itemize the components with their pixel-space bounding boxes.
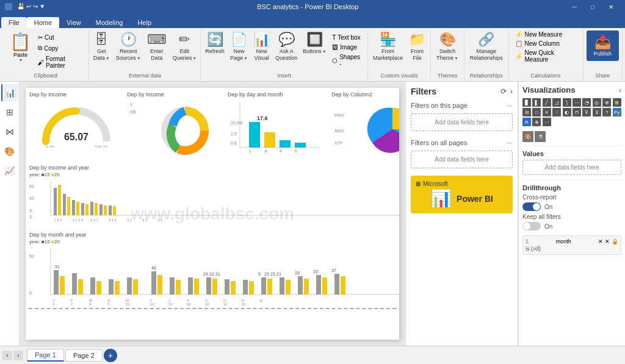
maximize-button[interactable]: □ [583,0,602,13]
viz-funnel-icon[interactable]: ⊽ [582,108,591,116]
viz-custom-icon[interactable]: ⊕ [532,118,541,126]
get-data-button[interactable]: 🗄 GetData▼ [91,30,112,63]
switch-theme-button[interactable]: 🎨 SwitchTheme▼ [434,30,461,63]
data-view-icon[interactable]: ⊞ [1,104,18,121]
tab-file[interactable]: File [1,17,27,28]
image-button[interactable]: 🖼 Image [330,43,365,52]
tab-view[interactable]: View [59,17,89,28]
tab-modeling[interactable]: Modeling [89,17,131,28]
new-visual-button[interactable]: 📊 NewVisual [251,30,272,63]
copy-button[interactable]: ⧉ Copy [35,43,85,53]
close-button[interactable]: ✕ [602,0,620,13]
filters-all-pages-menu[interactable]: ··· [507,138,513,147]
field-lock-icon[interactable]: 🔒 [612,238,618,244]
field-settings-icon[interactable]: ✕ [605,238,610,244]
tab-help[interactable]: Help [130,17,159,28]
new-page-button[interactable]: 📄 NewPage▼ [228,30,250,63]
svg-text:23: 23 [313,269,318,274]
svg-rect-70 [176,280,181,294]
from-marketplace-button[interactable]: 🏪 FromMarketplace [370,30,405,63]
manage-relationships-button[interactable]: 🔗 ManageRelationships [468,30,505,63]
viz-donut-icon[interactable]: ◎ [593,98,601,107]
dep-day-month-chart[interactable]: Dep by day and month 17.6 2 A 4 6 20.4% … [227,91,328,158]
enter-data-button[interactable]: ⌨ EnterData [145,30,169,63]
filters-all-pages-header: Filters on all pages ··· [411,138,513,147]
field-expand-icon[interactable]: ✕ [598,238,603,244]
add-fields-all-pages[interactable]: Add data fields here [411,151,513,168]
viz-area-icon[interactable]: ◿ [552,98,561,107]
paste-button[interactable]: 📋 Paste ▼ [6,30,35,63]
dep-income-donut-chart[interactable]: Dep by Income Y KB [126,91,224,158]
viz-qna-icon[interactable]: ? [602,108,611,116]
prev-page-arrow[interactable]: ‹ [2,351,12,360]
viz-kpi-icon[interactable]: ↑ [552,108,561,116]
viz-col-icon[interactable]: ▌ [532,98,541,107]
viz-table-icon[interactable]: ⊞ [613,98,621,107]
svg-rect-39 [99,204,103,215]
svg-text:3 2 1: 3 2 1 [90,218,99,222]
dep-month-year-chart[interactable]: Dep by month and year year: ■15 ■20 50 0… [29,231,399,310]
viz-panel-expand[interactable]: › [619,86,621,95]
cut-button[interactable]: ✂ Cut [35,33,85,42]
svg-rect-9 [249,122,260,148]
viz-python-icon[interactable]: Py [613,108,621,116]
filters-expand-icon[interactable]: › [510,87,513,96]
filters-on-page-menu[interactable]: ··· [507,101,513,110]
format-painter-button[interactable]: 🖌 Format Painter [35,54,85,70]
filters-refresh-icon[interactable]: ⟳ [500,87,507,96]
analytics-view-icon[interactable]: 📈 [1,162,18,179]
new-measure-button[interactable]: ⚡ New Measure [513,30,579,38]
viz-map-icon[interactable]: ⊕ [602,98,611,107]
page-2-tab[interactable]: Page 2 [65,349,103,362]
svg-rect-42 [113,206,116,215]
tab-home[interactable]: Home [27,17,59,28]
edit-queries-button[interactable]: ✏ EditQueries▼ [170,30,199,63]
next-page-arrow[interactable]: › [13,351,23,360]
cross-report-toggle[interactable] [522,202,541,211]
new-quick-measure-button[interactable]: ⚡ New Quick Measure [513,49,579,63]
viz-r-icon[interactable]: R [522,118,531,126]
relationships-view-icon[interactable]: ⋈ [1,123,18,140]
add-values-fields[interactable]: Add data fields here [522,160,621,175]
viz-decomp-icon[interactable]: ⊻ [593,108,601,116]
ask-question-button[interactable]: 💬 Ask AQuestion [273,30,300,63]
svg-rect-37 [90,202,93,215]
recent-sources-button[interactable]: 🕐 RecentSources▼ [114,30,143,63]
page-1-tab[interactable]: Page 1 [27,349,64,362]
viz-gauge-icon[interactable]: ◐ [563,108,571,116]
svg-text:4 1 3 4: 4 1 3 4 [72,218,84,222]
buttons-button[interactable]: 🔲 Buttons▼ [301,30,328,56]
dep-column2-chart[interactable]: Dep by Column2 PRO ANG STF [331,91,399,158]
keep-filters-toggle[interactable] [522,222,541,230]
from-file-button[interactable]: 📁 FromFile [406,30,428,63]
viz-format-icon[interactable]: 🎨 [522,131,533,142]
viz-more-icon[interactable]: ··· [543,118,551,126]
viz-scatter-icon[interactable]: ⋯ [573,98,581,107]
viz-bar-icon[interactable]: ▊ [522,98,531,107]
viz-multi-row-icon[interactable]: ≡ [543,108,551,116]
format-view-icon[interactable]: 🎨 [1,143,18,160]
external-data-group: 🗄 GetData▼ 🕐 RecentSources▼ ⌨ EnterData … [89,29,201,80]
svg-text:15: 15 [264,272,269,276]
viz-fields-icon[interactable]: ⚗ [535,131,546,142]
dep-gauge-chart[interactable]: Dep by Income 65.07 0.00 100.74 [29,91,123,158]
minimize-button[interactable]: ─ [565,0,583,13]
add-fields-page[interactable]: Add data fields here [411,113,513,131]
viz-matrix-icon[interactable]: ⊟ [522,108,531,116]
viz-card-icon[interactable]: □ [532,108,541,116]
svg-rect-64 [127,277,132,294]
viz-pie-icon[interactable]: ◔ [582,98,591,107]
publish-icon: 📤 [594,34,611,50]
text-box-button[interactable]: T Text box [330,33,365,42]
svg-text:8: 8 [89,302,92,306]
shapes-button[interactable]: ⬡ Shapes - [330,52,365,68]
new-column-button[interactable]: 📋 New Column [513,40,579,48]
publish-button[interactable]: 📤 Publish [587,30,620,61]
report-view-icon[interactable]: 📊 [1,84,18,101]
refresh-button[interactable]: 🔄 Refresh [203,30,227,56]
viz-ribbon-icon[interactable]: ⟆ [563,98,571,107]
viz-line-icon[interactable]: ╱ [543,98,551,107]
viz-waterfall-icon[interactable]: ⊓ [573,108,581,116]
add-page-button[interactable]: + [104,349,117,362]
svg-text:10: 10 [150,302,154,306]
